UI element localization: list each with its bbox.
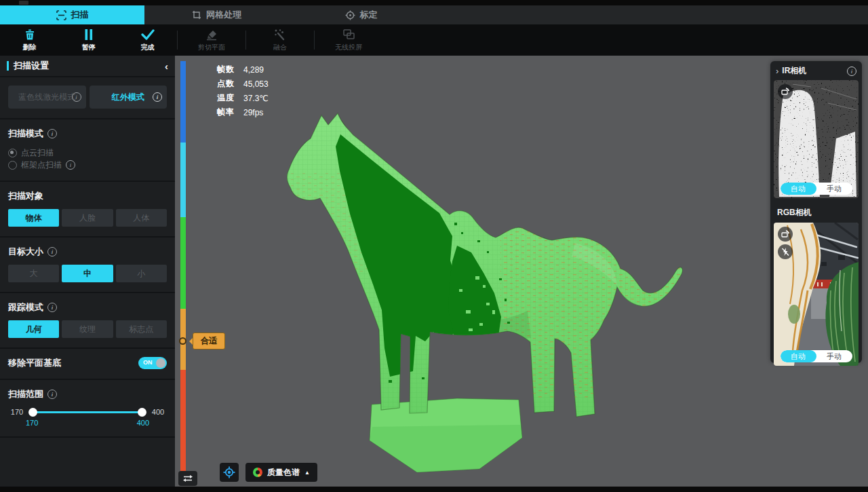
tracking-option-geometry[interactable]: 几何 (8, 320, 59, 338)
frames-label: 帧数 (217, 64, 235, 75)
info-icon[interactable]: i (66, 160, 75, 170)
tab-mesh-label: 网格处理 (206, 9, 241, 21)
quality-marker-dot (179, 337, 186, 345)
colorbar-cyan (180, 143, 186, 217)
window-menu-icon[interactable] (19, 1, 28, 5)
scan-mode-title: 扫描模式 (8, 128, 43, 140)
wireless-cast-button[interactable]: 无线投屏 (315, 24, 382, 56)
points-value: 45,053 (243, 79, 269, 89)
rgb-camera-preview: 自动 手动 (774, 223, 859, 366)
dropdown-up-icon: ▲ (304, 470, 310, 476)
scan-settings-sidebar: 扫描设置 ‹ 蓝色线激光模式 i 红外模式 i 扫描模式 i (0, 56, 175, 487)
scan-3d-viewport[interactable]: 合适 帧数4,289 点数45,053 温度37.3℃ 帧率29fps (175, 56, 868, 487)
point-cloud-scan-label: 点云扫描 (21, 147, 54, 159)
cut-plane-button[interactable]: 剪切平面 (178, 24, 245, 56)
scan-stats: 帧数4,289 点数45,053 温度37.3℃ 帧率29fps (217, 62, 269, 119)
target-size-option-small[interactable]: 小 (116, 265, 167, 282)
scan-frame-icon (56, 10, 66, 20)
slider-handle-min[interactable] (28, 408, 37, 417)
panel-expand-chevron[interactable]: › (776, 66, 778, 76)
points-label: 点数 (217, 78, 235, 90)
scan-object-option-object[interactable]: 物体 (8, 209, 59, 227)
rotate-screen-icon (781, 229, 790, 239)
range-max-current: 400 (137, 419, 149, 427)
rgb-rotate-button[interactable] (778, 227, 793, 242)
slider-handle-max[interactable] (138, 408, 146, 417)
delete-button[interactable]: 删除 (0, 24, 59, 56)
radio-icon (8, 161, 17, 170)
pause-button[interactable]: 暂停 (59, 24, 118, 56)
ir-rotate-button[interactable] (778, 84, 793, 99)
tab-calibration-label: 标定 (360, 9, 378, 21)
crosshair-target-icon (223, 466, 235, 478)
toggle-knob (156, 358, 165, 368)
recenter-view-button[interactable] (220, 463, 239, 482)
framerate-label: 帧率 (217, 107, 235, 118)
section-scan-mode: 扫描模式 i 点云扫描 框架点扫描 i (0, 119, 175, 182)
radio-point-cloud-scan[interactable]: 点云扫描 (8, 147, 167, 159)
finish-button[interactable]: 完成 (118, 24, 177, 56)
magic-wand-icon (273, 29, 287, 41)
info-icon[interactable]: i (72, 92, 81, 102)
scan-object-option-body[interactable]: 人体 (116, 209, 167, 227)
ir-exposure-toggle: 自动 手动 (781, 183, 852, 195)
tracking-option-texture[interactable]: 纹理 (62, 320, 113, 338)
check-icon (141, 29, 155, 41)
flash-off-icon (781, 247, 790, 257)
colorbar-blue (180, 61, 186, 143)
scan-object-option-face[interactable]: 人脸 (62, 209, 113, 227)
scan-toolbar: 删除 暂停 完成 剪切平面 融合 (0, 24, 868, 56)
tab-mesh[interactable]: 网格处理 (144, 5, 289, 24)
target-size-option-medium[interactable]: 中 (62, 265, 113, 282)
tab-scan[interactable]: 扫描 (0, 5, 144, 24)
section-target-size: 目标大小 i 大 中 小 (0, 238, 175, 293)
rgb-camera-title: RGB相机 (777, 207, 862, 219)
scan-object-title: 扫描对象 (8, 190, 43, 202)
finish-label: 完成 (141, 43, 155, 52)
fuse-button[interactable]: 融合 (246, 24, 314, 56)
target-size-option-large[interactable]: 大 (8, 265, 59, 282)
info-icon[interactable]: i (153, 92, 162, 102)
radio-frame-point-scan[interactable]: 框架点扫描 i (8, 159, 167, 171)
tab-calibration[interactable]: 标定 (289, 5, 433, 24)
cast-screens-icon (342, 29, 355, 41)
fuse-label: 融合 (273, 43, 287, 52)
window-top-strip (0, 0, 868, 5)
remove-plane-title: 移除平面基底 (8, 357, 61, 369)
eraser-icon (205, 29, 218, 41)
rgb-manual-option[interactable]: 手动 (816, 350, 852, 362)
scan-range-slider[interactable] (30, 407, 145, 417)
quality-donut-icon (253, 468, 262, 477)
rgb-auto-option[interactable]: 自动 (781, 350, 816, 362)
info-icon[interactable]: i (47, 129, 57, 138)
sidebar-collapse-chevron[interactable]: ‹ (165, 60, 168, 72)
blue-laser-mode-button[interactable]: 蓝色线激光模式 i (8, 86, 86, 109)
frames-value: 4,289 (243, 65, 264, 75)
trash-icon (24, 29, 36, 41)
rgb-exposure-toggle: 自动 手动 (781, 350, 852, 362)
infrared-mode-button[interactable]: 红外模式 i (90, 86, 167, 109)
range-max-label: 400 (151, 408, 165, 416)
info-icon[interactable]: i (47, 390, 57, 399)
info-icon[interactable]: i (47, 303, 57, 312)
wireless-cast-label: 无线投屏 (335, 43, 362, 52)
info-icon[interactable]: i (847, 67, 856, 76)
tracking-option-markers[interactable]: 标志点 (116, 320, 167, 338)
model-base-front-face (370, 425, 522, 472)
ir-manual-option[interactable]: 手动 (816, 183, 852, 195)
ir-auto-option[interactable]: 自动 (781, 183, 816, 195)
rgb-flash-off-button[interactable] (778, 244, 793, 259)
point-cloud-horse-model[interactable] (283, 107, 690, 477)
info-icon[interactable]: i (47, 247, 57, 257)
main-tab-bar: 扫描 网格处理 标定 (0, 5, 868, 24)
section-remove-plane: 移除平面基底 ON (0, 349, 175, 380)
section-tracking-mode: 跟踪模式 i 几何 纹理 标志点 (0, 293, 175, 349)
camera-panel: › IR相机 i (770, 61, 862, 363)
remove-plane-toggle[interactable]: ON (138, 357, 167, 369)
quality-spectrum-button[interactable]: 质量色谱 ▲ (245, 463, 317, 482)
window-bottom-strip (0, 487, 868, 492)
section-scan-range: 扫描范围 i 170 400 170 400 (0, 380, 175, 438)
pause-label: 暂停 (82, 43, 96, 52)
scan-range-title: 扫描范围 (8, 388, 43, 400)
colorbar-swap-button[interactable] (178, 471, 197, 486)
